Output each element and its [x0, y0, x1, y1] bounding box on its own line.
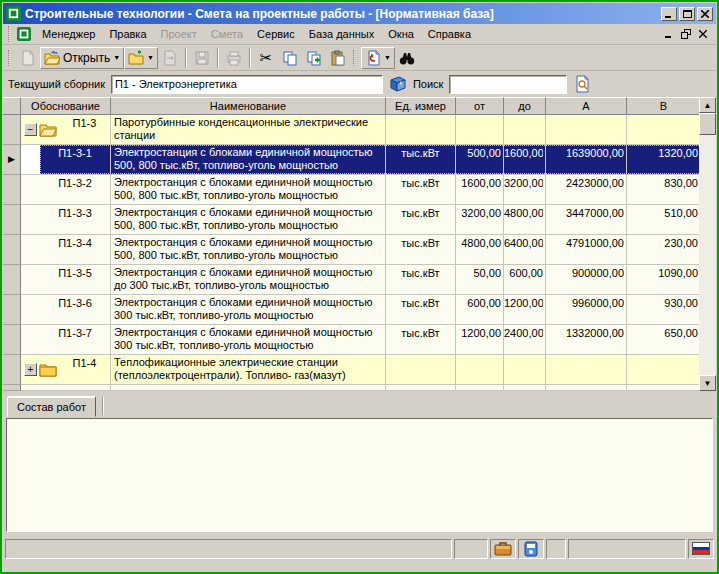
- minimize-button[interactable]: [661, 7, 677, 21]
- row-selector[interactable]: [3, 235, 21, 265]
- table-row[interactable]: −П1-3Паротурбинные конденсационные элект…: [3, 115, 701, 145]
- row-name[interactable]: Электростанция с блоками единичной мощно…: [111, 205, 386, 235]
- close-button[interactable]: [697, 7, 713, 21]
- table-row[interactable]: П1-3-2Электростанция с блоками единичной…: [3, 175, 701, 205]
- add-collection-button[interactable]: ▼: [124, 47, 158, 69]
- row-code-cell[interactable]: П1-3-7: [21, 325, 111, 355]
- row-unit[interactable]: [386, 355, 456, 385]
- menu-item[interactable]: База данных: [302, 26, 382, 42]
- row-selector[interactable]: [3, 355, 21, 385]
- header-b[interactable]: В: [627, 97, 701, 115]
- row-to[interactable]: [504, 115, 546, 145]
- row-to[interactable]: 2400,00: [504, 325, 546, 355]
- row-name[interactable]: Электростанция с блоками единичной мощно…: [111, 265, 386, 295]
- row-a[interactable]: [546, 355, 627, 385]
- row-selector[interactable]: [3, 295, 21, 325]
- row-from[interactable]: 1600,00: [456, 175, 504, 205]
- menu-item[interactable]: Сервис: [250, 26, 302, 42]
- mdi-restore-button[interactable]: [679, 28, 693, 41]
- row-from[interactable]: [456, 355, 504, 385]
- print-button[interactable]: [222, 47, 246, 69]
- title-bar[interactable]: Строительные технологии - Смета на проек…: [3, 3, 716, 24]
- row-to[interactable]: 600,00: [504, 265, 546, 295]
- row-to[interactable]: 6400,00: [504, 235, 546, 265]
- row-a[interactable]: 2423000,00: [546, 175, 627, 205]
- row-name[interactable]: Электростанция с блоками единичной мощно…: [111, 295, 386, 325]
- row-a[interactable]: 900000,00: [546, 265, 627, 295]
- header-ot[interactable]: от: [456, 97, 504, 115]
- row-selector[interactable]: [3, 325, 21, 355]
- toolbar-grip[interactable]: [8, 50, 13, 66]
- row-name[interactable]: Паротурбинные конденсационные электричес…: [111, 115, 386, 145]
- row-to[interactable]: 3200,00: [504, 175, 546, 205]
- row-name[interactable]: Электростанция с блоками единичной мощно…: [111, 235, 386, 265]
- row-unit[interactable]: тыс.кВт: [386, 325, 456, 355]
- open-button[interactable]: Открыть ▼: [40, 47, 124, 69]
- row-unit[interactable]: тыс.кВт: [386, 265, 456, 295]
- collapse-button[interactable]: −: [24, 123, 37, 136]
- row-unit[interactable]: тыс.кВт: [386, 235, 456, 265]
- expand-button[interactable]: +: [24, 363, 37, 376]
- row-code-cell[interactable]: П1-3-6: [21, 295, 111, 325]
- collection-combo[interactable]: П1 - Электроэнергетика: [111, 75, 383, 94]
- row-b[interactable]: 230,00: [627, 235, 701, 265]
- header-naimenovanie[interactable]: Наименование: [111, 97, 386, 115]
- row-selector[interactable]: [3, 115, 21, 145]
- row-unit[interactable]: тыс.кВт: [386, 205, 456, 235]
- table-row[interactable]: П1-3-5Электростанция с блоками единичной…: [3, 265, 701, 295]
- row-selector[interactable]: [3, 205, 21, 235]
- collection-book-button[interactable]: [387, 74, 409, 94]
- row-a[interactable]: [546, 115, 627, 145]
- row-b[interactable]: 510,00: [627, 205, 701, 235]
- row-name[interactable]: Электростанция с блоками единичной мощно…: [111, 325, 386, 355]
- row-b[interactable]: 830,00: [627, 175, 701, 205]
- row-a[interactable]: 3447000,00: [546, 205, 627, 235]
- table-row[interactable]: П1-3-3Электростанция с блоками единичной…: [3, 205, 701, 235]
- status-database-panel[interactable]: [518, 539, 544, 559]
- row-selector[interactable]: [3, 265, 21, 295]
- row-code-cell[interactable]: П1-3-3: [21, 205, 111, 235]
- header-ed-izmer[interactable]: Ед. измер: [386, 97, 456, 115]
- copy-button[interactable]: [278, 47, 302, 69]
- row-name[interactable]: Электростанция с блоками единичной мощно…: [111, 175, 386, 205]
- header-do[interactable]: до: [504, 97, 546, 115]
- scroll-up-button[interactable]: ▲: [699, 97, 716, 113]
- row-b[interactable]: [627, 115, 701, 145]
- row-code-cell[interactable]: П1-3-5: [21, 265, 111, 295]
- row-from[interactable]: 3200,00: [456, 205, 504, 235]
- scroll-down-button[interactable]: ▼: [699, 375, 716, 391]
- mdi-minimize-button[interactable]: [662, 28, 676, 41]
- header-a[interactable]: А: [546, 97, 627, 115]
- row-from[interactable]: 500,00: [456, 145, 504, 175]
- row-unit[interactable]: тыс.кВт: [386, 295, 456, 325]
- row-b[interactable]: 1090,00: [627, 265, 701, 295]
- row-name[interactable]: Электростанция с блоками единичной мощно…: [111, 145, 386, 175]
- table-row[interactable]: П1-3-6Электростанция с блоками единичной…: [3, 295, 701, 325]
- cut-button[interactable]: ✂: [254, 47, 278, 69]
- row-from[interactable]: 600,00: [456, 295, 504, 325]
- row-a[interactable]: 1639000,00: [546, 145, 627, 175]
- mdi-close-button[interactable]: [696, 28, 710, 41]
- row-a[interactable]: 1332000,00: [546, 325, 627, 355]
- row-code-cell[interactable]: П1-3-1: [21, 145, 111, 175]
- row-to[interactable]: 4800,00: [504, 205, 546, 235]
- row-a[interactable]: 996000,00: [546, 295, 627, 325]
- search-input[interactable]: [449, 75, 567, 94]
- row-code-cell[interactable]: П1-3-4: [21, 235, 111, 265]
- table-row[interactable]: П1-3-7Электростанция с блоками единичной…: [3, 325, 701, 355]
- scrollbar-track[interactable]: [699, 135, 716, 375]
- row-code-cell[interactable]: −П1-3: [21, 115, 111, 145]
- row-b[interactable]: [627, 355, 701, 385]
- find-button[interactable]: [395, 47, 419, 69]
- work-composition-panel[interactable]: [6, 418, 713, 532]
- import-document-button[interactable]: [158, 47, 182, 69]
- export-button[interactable]: ▼: [361, 47, 395, 69]
- maximize-button[interactable]: [679, 7, 695, 21]
- table-row[interactable]: ▶П1-3-1Электростанция с блоками единично…: [3, 145, 701, 175]
- menu-item[interactable]: Окна: [381, 26, 421, 42]
- row-from[interactable]: [456, 115, 504, 145]
- status-language-panel[interactable]: [688, 539, 714, 559]
- row-b[interactable]: 930,00: [627, 295, 701, 325]
- row-unit[interactable]: [386, 115, 456, 145]
- row-unit[interactable]: тыс.кВт: [386, 145, 456, 175]
